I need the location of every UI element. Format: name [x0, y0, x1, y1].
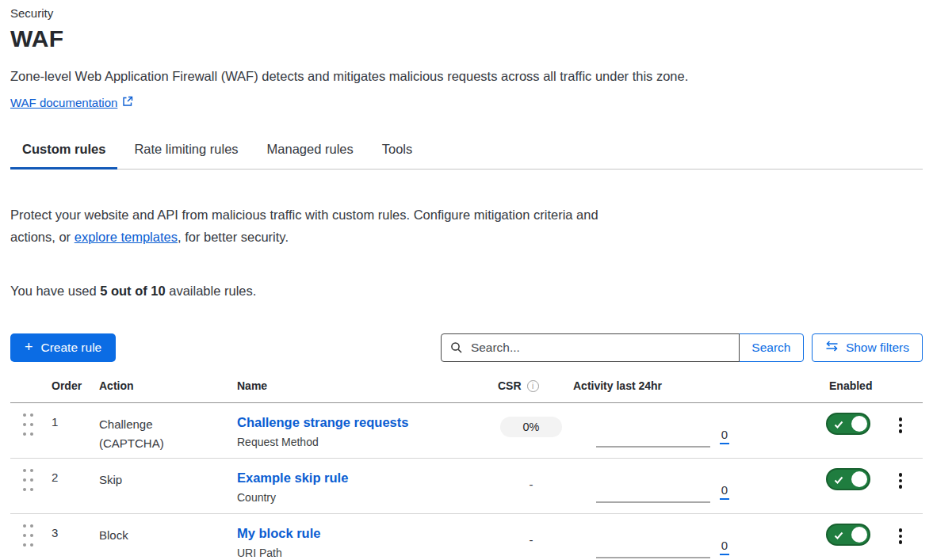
show-filters-button[interactable]: Show filters: [812, 333, 923, 362]
rule-field: Request Method: [237, 436, 491, 448]
row-menu-icon[interactable]: [897, 471, 904, 513]
table-row: 2 Skip Example skip rule Country - 0: [10, 459, 923, 514]
rule-name-link[interactable]: Challenge strange requests: [237, 415, 408, 429]
toggle-knob: [851, 471, 867, 487]
usage-before: You have used: [10, 284, 100, 298]
header-activity: Activity last 24hr: [571, 379, 747, 403]
tab-tools[interactable]: Tools: [370, 142, 425, 169]
rules-table: Order Action Name CSR i Activity last 24…: [10, 362, 923, 560]
check-icon: [834, 421, 843, 429]
header-enabled: Enabled: [815, 379, 878, 403]
waf-page: Security WAF Zone-level Web Application …: [0, 0, 933, 560]
usage-text: You have used 5 out of 10 available rule…: [10, 284, 923, 299]
activity-count-link[interactable]: 0: [720, 483, 729, 500]
rule-name-link[interactable]: My block rule: [237, 526, 320, 540]
info-icon[interactable]: i: [527, 380, 539, 392]
usage-after: available rules.: [166, 284, 257, 298]
activity-sparkline: [596, 446, 710, 448]
drag-handle-icon[interactable]: [23, 524, 33, 547]
row-menu-icon[interactable]: [897, 416, 904, 458]
external-link-icon: [122, 96, 133, 109]
row-menu-icon[interactable]: [897, 527, 904, 560]
rule-action: Block: [89, 514, 227, 560]
waf-documentation-link[interactable]: WAF documentation: [10, 96, 117, 109]
enabled-toggle[interactable]: [826, 524, 870, 546]
tab-rate-limiting-rules[interactable]: Rate limiting rules: [122, 142, 250, 169]
header-order: Order: [45, 379, 89, 403]
tab-custom-rules[interactable]: Custom rules: [10, 142, 117, 169]
enabled-toggle[interactable]: [826, 413, 870, 435]
search-group: Search: [441, 333, 804, 362]
drag-handle-icon[interactable]: [23, 413, 33, 436]
search-button[interactable]: Search: [739, 333, 804, 362]
activity-count-link[interactable]: 0: [720, 428, 729, 444]
swap-arrows-icon: [825, 341, 839, 355]
drag-handle-icon[interactable]: [23, 469, 33, 491]
usage-count: 5 out of 10: [100, 284, 166, 298]
rule-name-link[interactable]: Example skip rule: [237, 470, 348, 485]
show-filters-label: Show filters: [846, 341, 909, 355]
table-row: 3 Block My block rule URI Path - 0: [10, 514, 923, 560]
table-row: 1 Challenge (CAPTCHA) Challenge strange …: [10, 403, 923, 459]
tab-bar: Custom rules Rate limiting rules Managed…: [10, 142, 923, 170]
rule-field: Country: [237, 491, 491, 504]
toggle-knob: [851, 527, 867, 543]
plus-icon: +: [25, 339, 33, 356]
tab-managed-rules[interactable]: Managed rules: [255, 142, 365, 169]
page-title: WAF: [10, 25, 923, 52]
rule-order: 1: [45, 403, 89, 458]
rule-action: Challenge (CAPTCHA): [89, 403, 227, 458]
csr-value: -: [530, 472, 533, 491]
search-icon: [450, 341, 463, 357]
activity-sparkline: [596, 501, 710, 503]
activity-count-link[interactable]: 0: [720, 539, 729, 555]
check-icon: [834, 476, 843, 485]
rules-toolbar: + Create rule Search: [10, 333, 923, 362]
csr-value: -: [530, 528, 533, 547]
rule-order: 3: [45, 514, 89, 560]
create-rule-button[interactable]: + Create rule: [10, 333, 116, 362]
header-name: Name: [227, 379, 491, 403]
rule-action: Skip: [89, 459, 227, 513]
header-csr-label: CSR: [498, 379, 522, 392]
toggle-knob: [851, 416, 867, 432]
intro-text: Protect your website and API from malici…: [10, 204, 598, 248]
search-input[interactable]: [441, 333, 740, 362]
intro-after: , for better security.: [178, 230, 289, 244]
header-csr: CSR i: [491, 379, 571, 403]
header-action: Action: [89, 379, 227, 403]
rule-order: 2: [45, 459, 89, 513]
enabled-toggle[interactable]: [826, 468, 870, 490]
page-description: Zone-level Web Application Firewall (WAF…: [10, 69, 923, 84]
rule-field: URI Path: [237, 547, 491, 559]
csr-badge: 0%: [500, 417, 562, 437]
breadcrumb: Security: [10, 0, 923, 20]
table-header-row: Order Action Name CSR i Activity last 24…: [10, 362, 923, 403]
check-icon: [834, 531, 843, 540]
activity-sparkline: [596, 557, 710, 558]
create-rule-label: Create rule: [41, 341, 102, 355]
explore-templates-link[interactable]: explore templates: [75, 230, 178, 244]
